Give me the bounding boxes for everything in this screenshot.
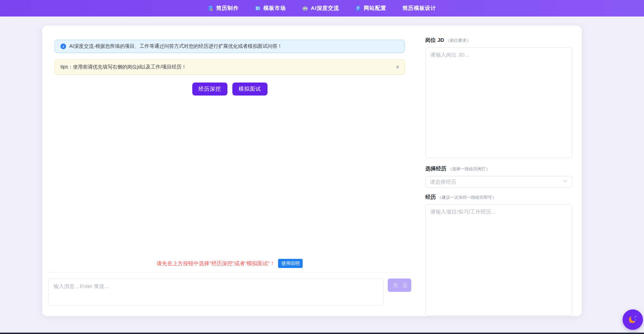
- nav-item-site-config[interactable]: 网站配置: [355, 5, 386, 12]
- close-icon[interactable]: ✕: [395, 65, 400, 70]
- jd-label: 岗位 JD: [425, 37, 444, 44]
- robot-icon: [302, 5, 308, 12]
- nav-item-label: 简历模板设计: [402, 5, 436, 12]
- exp-label: 经历: [425, 194, 436, 201]
- message-input-row: 发 送: [48, 279, 411, 306]
- select-exp-label: 选择经历: [425, 165, 446, 172]
- select-exp-label-row: 选择经历 （选择一段经历拷打）: [425, 165, 572, 172]
- nav-item-label: AI深度交流: [311, 5, 339, 12]
- deep-dig-button[interactable]: 经历深挖: [192, 83, 227, 96]
- chat-divider: [48, 272, 411, 273]
- experience-select-placeholder: 请选择经历: [430, 179, 456, 185]
- info-icon: i: [60, 44, 66, 49]
- tips-alert-text: tips：使用前请优先填写右侧的岗位jd以及工作/项目经历！: [60, 64, 187, 70]
- site-config-icon: [355, 5, 361, 11]
- usage-guide-button[interactable]: 使用说明: [278, 259, 303, 268]
- chat-area: i AI深度交流-根据您所填的项目、工作等通过问答方式对您的经历进行扩展优化或者…: [48, 40, 411, 306]
- mode-buttons: 经历深挖 模拟面试: [48, 83, 411, 96]
- resume-icon: [208, 5, 214, 11]
- dark-mode-toggle[interactable]: [623, 309, 643, 330]
- info-alert: i AI深度交流-根据您所填的项目、工作等通过问答方式对您的经历进行扩展优化或者…: [54, 40, 405, 53]
- nav-item-template-design[interactable]: 简历模板设计: [402, 5, 436, 12]
- main-card: i AI深度交流-根据您所填的项目、工作等通过问答方式对您的经历进行扩展优化或者…: [42, 26, 582, 316]
- template-market-icon: [255, 5, 261, 11]
- send-button[interactable]: 发 送: [388, 279, 411, 292]
- jd-label-row: 岗位 JD （岗位要求）: [425, 37, 572, 44]
- nav-item-label: 模板市场: [263, 5, 286, 12]
- chat-empty-space: [48, 96, 411, 259]
- select-exp-sublabel: （选择一段经历拷打）: [448, 166, 490, 172]
- exp-sublabel: （建议一次深挖一段经历即可）: [437, 195, 496, 201]
- tips-alert: tips：使用前请优先填写右侧的岗位jd以及工作/项目经历！ ✕: [54, 59, 405, 75]
- moon-icon: [627, 314, 638, 326]
- nav-item-label: 网站配置: [364, 5, 386, 12]
- jd-input[interactable]: [425, 47, 572, 158]
- experience-select[interactable]: 请选择经历: [425, 176, 572, 188]
- message-input[interactable]: [48, 279, 384, 306]
- nav-item-ai-chat[interactable]: AI深度交流: [302, 5, 339, 12]
- exp-label-row: 经历 （建议一次深挖一段经历即可）: [425, 194, 572, 201]
- nav-item-label: 简历制作: [216, 5, 239, 12]
- jd-sublabel: （岗位要求）: [445, 38, 471, 44]
- job-panel: 岗位 JD （岗位要求） 选择经历 （选择一段经历拷打） 请选择经历 经历 （建…: [425, 37, 572, 317]
- bottom-footer-edge: [0, 333, 644, 334]
- hint-row: 请先在上方按钮中选择"经历深挖"或者"模拟面试"！ 使用说明: [48, 259, 411, 268]
- experience-input[interactable]: [425, 204, 572, 316]
- mode-hint-text: 请先在上方按钮中选择"经历深挖"或者"模拟面试"！: [157, 260, 275, 267]
- top-navigation: 简历制作 模板市场 AI深度交流 网站配置 简历模板设计: [0, 0, 644, 17]
- info-alert-text: AI深度交流-根据您所填的项目、工作等通过问答方式对您的经历进行扩展优化或者模拟…: [69, 43, 282, 50]
- mock-interview-button[interactable]: 模拟面试: [232, 83, 268, 96]
- nav-item-template-market[interactable]: 模板市场: [255, 5, 286, 12]
- nav-item-resume-builder[interactable]: 简历制作: [208, 5, 239, 12]
- chevron-down-icon: [563, 179, 568, 185]
